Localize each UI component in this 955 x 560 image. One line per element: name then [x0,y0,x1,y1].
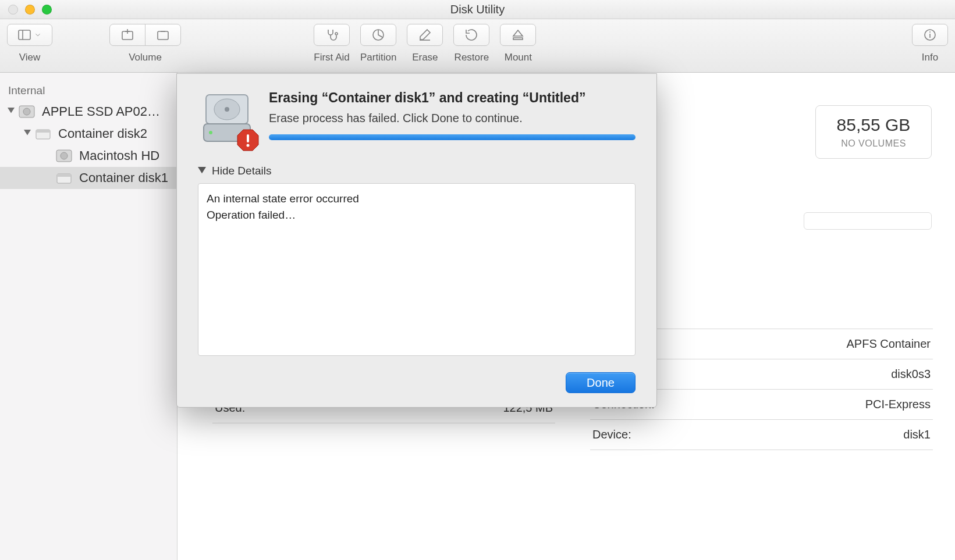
toolbar-group-restore: Restore [453,24,489,63]
toolbar-label-partition: Partition [360,52,396,63]
internal-disk-icon [55,148,73,163]
detail-value: APFS Container [846,337,931,351]
detail-value: disk0s3 [891,368,931,381]
mount-button[interactable] [500,24,536,46]
details-toggle-label: Hide Details [212,165,271,177]
svg-marker-33 [198,167,206,173]
window-title: Disk Utility [0,3,955,16]
dialog-header: Erasing “Container disk1” and creating “… [198,90,636,148]
detail-value: disk1 [903,428,931,441]
sidebar-item-apple-ssd[interactable]: APPLE SSD AP02… [0,101,177,123]
sidebar-item-label: Container disk2 [58,126,147,141]
volume-add-button[interactable] [109,24,145,46]
svg-rect-11 [513,38,523,40]
view-button[interactable] [7,24,52,46]
eraser-icon [418,28,432,42]
sidebar-item-container-disk2[interactable]: Container disk2 [0,123,177,145]
chevron-down-icon [34,28,42,42]
titlebar: Disk Utility [0,0,955,19]
sidebar-item-label: Container disk1 [79,170,168,186]
toolbar-group-firstaid: First Aid [314,24,350,63]
dialog-title: Erasing “Container disk1” and creating “… [269,90,636,106]
error-badge-icon [236,129,260,152]
svg-marker-10 [513,30,523,36]
stethoscope-icon [325,28,339,42]
disclosure-down-icon [198,167,206,175]
disclosure-triangle[interactable] [21,129,34,138]
detail-row-device: Device: disk1 [590,420,933,450]
volume-remove-button[interactable] [145,24,181,46]
info-icon [923,28,937,42]
toolbar-group-volume: Volume [109,24,181,63]
log-output[interactable]: An internal state error occurred Operati… [198,183,636,356]
svg-marker-18 [24,130,31,135]
sidebar-item-container-disk1[interactable]: ▸ Container disk1 [0,167,177,189]
done-button[interactable]: Done [566,372,636,393]
toolbar-label-firstaid: First Aid [314,52,349,63]
erase-dialog: Erasing “Container disk1” and creating “… [176,73,657,408]
svg-rect-0 [19,30,30,40]
sidebar-item-macintosh-hd[interactable]: ▸ Macintosh HD [0,145,177,167]
toolbar-label-erase: Erase [412,52,438,63]
dialog-subtitle: Erase process has failed. Click Done to … [269,112,636,125]
dialog-text: Erasing “Container disk1” and creating “… [269,90,636,148]
capacity-value: 85,55 GB [837,115,911,135]
disclosure-triangle[interactable] [5,107,17,116]
capacity-sub: NO VOLUMES [841,138,906,149]
partition-button[interactable] [360,24,396,46]
volume-add-icon [120,28,134,42]
toolbar: View Volume First Aid Partition Erase [0,19,955,73]
hide-details-toggle[interactable]: Hide Details [198,165,636,177]
dialog-footer: Done [198,372,636,393]
toolbar-group-view: View [7,24,52,63]
search-field[interactable] [804,212,932,230]
log-line: An internal state error occurred [207,191,627,207]
svg-point-32 [247,144,250,147]
eject-icon [511,28,525,42]
detail-value: PCI-Express [865,398,931,411]
svg-point-7 [335,33,338,35]
progress-fill [269,134,636,140]
restore-icon [464,28,478,42]
toolbar-group-info: Info [912,24,948,63]
svg-point-27 [225,107,229,112]
sidebar-section-internal: Internal [0,81,177,101]
toolbar-label-restore: Restore [455,52,489,63]
toolbar-label-mount: Mount [505,52,532,63]
pie-chart-icon [371,28,385,42]
toolbar-group-partition: Partition [360,24,396,63]
toolbar-group-mount: Mount [500,24,536,63]
first-aid-button[interactable] [314,24,350,46]
toolbar-label-view: View [19,52,41,63]
done-button-label: Done [587,376,615,390]
svg-point-14 [929,31,931,33]
sidebar-item-label: Macintosh HD [79,148,159,163]
sidebar-item-label: APPLE SSD AP02… [42,104,160,119]
svg-rect-24 [57,174,71,177]
sidebar: Internal APPLE SSD AP02… Container disk2… [0,73,177,560]
hard-drive-icon [198,90,256,148]
volume-icon [55,170,73,186]
svg-rect-31 [247,134,249,142]
log-line: Operation failed… [207,207,627,223]
svg-point-17 [23,108,30,115]
svg-rect-5 [158,31,168,40]
volume-icon [34,126,52,141]
erase-button[interactable] [407,24,443,46]
restore-button[interactable] [453,24,489,46]
toolbar-label-info: Info [922,52,938,63]
toolbar-label-volume: Volume [129,52,162,63]
toolbar-group-erase: Erase [407,24,443,63]
capacity-box: 85,55 GB NO VOLUMES [815,105,932,159]
progress-bar [269,134,636,140]
internal-disk-icon [17,104,36,119]
svg-rect-20 [36,130,50,133]
svg-point-22 [61,152,68,159]
svg-point-29 [209,131,212,134]
svg-marker-15 [8,108,15,113]
volume-remove-icon [156,28,170,42]
info-button[interactable] [912,24,948,46]
detail-key: Device: [592,428,631,441]
sidebar-layout-icon [17,28,31,42]
